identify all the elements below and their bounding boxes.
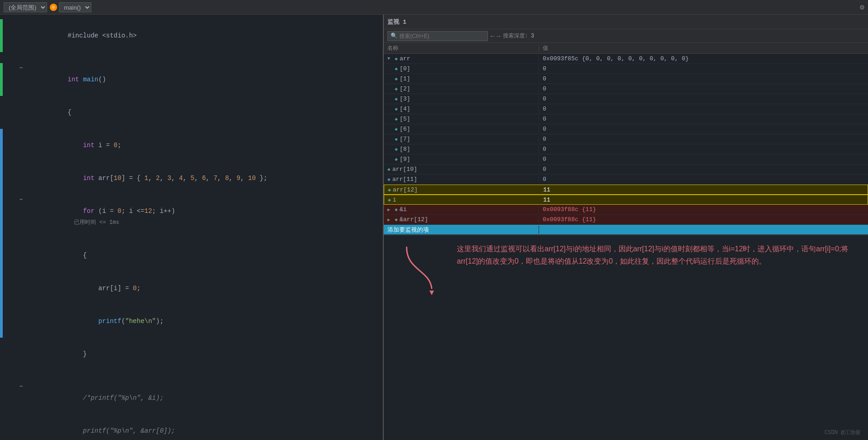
watch-cell-name: ◈ arr[11]: [384, 176, 539, 183]
watch-cell-name: ◈ [3]: [384, 95, 539, 102]
line-text: [26, 371, 383, 382]
watch-toolbar: 🔍 ← → 搜索深度: 3: [384, 29, 868, 43]
expand-icon[interactable]: ▼: [387, 56, 393, 61]
line-number: [3, 19, 16, 52]
watch-row-7[interactable]: ◈ [7] 0: [384, 134, 868, 144]
line-text: }: [26, 338, 383, 371]
line-number: [3, 96, 16, 129]
watch-row-8[interactable]: ◈ [8] 0: [384, 144, 868, 154]
watch-row-arr10[interactable]: ◈ arr[10] 0: [384, 164, 868, 175]
watch-cell-name: ◈ arr[10]: [384, 166, 539, 173]
item-name: [5]: [400, 116, 410, 122]
watch-row-9[interactable]: ◈ [9] 0: [384, 154, 868, 164]
line-collapse: [16, 129, 26, 162]
watch-row-3[interactable]: ◈ [3] 0: [384, 94, 868, 104]
watch-cell-val: 0: [539, 116, 868, 122]
line-text: {: [26, 96, 383, 129]
line-text: printf("hehe\n");: [26, 305, 383, 338]
item-name: [9]: [400, 156, 410, 163]
search-icon: 🔍: [391, 32, 397, 39]
collapse-btn[interactable]: −: [16, 63, 26, 96]
watch-cell-name: ◈ [1]: [384, 75, 539, 82]
watch-row-arr11[interactable]: ◈ arr[11] 0: [384, 175, 868, 185]
watch-row-add[interactable]: 添加要监视的项: [384, 225, 868, 235]
gear-icon[interactable]: ⚙: [860, 3, 864, 12]
scope-select[interactable]: (全局范围): [4, 2, 47, 12]
line-number: [3, 305, 16, 338]
code-pane: #include <stdio.h> − int main(): [0, 15, 384, 440]
line-collapse: [16, 239, 26, 272]
watch-row-6[interactable]: ◈ [6] 0: [384, 124, 868, 134]
collapse-btn-for[interactable]: −: [16, 195, 26, 239]
var-icon: ◈: [388, 187, 391, 193]
item-name: arr[10]: [392, 166, 418, 173]
depth-label: 搜索深度:: [503, 32, 528, 40]
expand-icon[interactable]: ▶: [387, 207, 393, 212]
watch-row-4[interactable]: ◈ [4] 0: [384, 104, 868, 114]
code-line-brace-close: }: [0, 338, 383, 371]
line-text: for (i = 0; i <=12; i++) 已用时间 <= 1ms: [26, 195, 383, 239]
code-editor[interactable]: #include <stdio.h> − int main(): [0, 15, 383, 440]
code-line-int-i: int i = 0;: [0, 129, 383, 162]
line-collapse: [16, 19, 26, 52]
var-icon: ◈: [395, 207, 398, 212]
item-name: arr[12]: [393, 186, 418, 193]
watch-cell-val: 0: [539, 166, 868, 173]
watch-row-2[interactable]: ◈ [2] 0: [384, 84, 868, 94]
watch-cell-name: ▶ ◈ &i: [384, 206, 539, 213]
arr-root-name: arr: [400, 55, 410, 62]
watch-row-addr-i[interactable]: ▶ ◈ &i 0x0093f88c {11}: [384, 205, 868, 215]
time-badge: 已用时间 <= 1ms: [68, 219, 119, 226]
function-select[interactable]: main(): [59, 2, 91, 12]
var-icon: ◈: [395, 146, 398, 152]
search-box[interactable]: 🔍: [387, 31, 488, 41]
arrow-annotation: 这里我们通过监视可以看出arr[12]与i的地址相同，因此arr[12]与i的值…: [393, 243, 859, 299]
watch-cell-name: ◈ [6]: [384, 126, 539, 133]
line-text: {: [26, 239, 383, 272]
watch-cell-name: ▼ ◈ arr: [384, 55, 539, 62]
item-name: [7]: [400, 136, 410, 143]
var-icon: ◈: [388, 197, 391, 203]
col-name-header: 名称: [384, 44, 539, 52]
watch-row-1[interactable]: ◈ [1] 0: [384, 74, 868, 84]
line-number: [3, 382, 16, 414]
function-scope: ⊙ main(): [50, 2, 91, 12]
line-text: #include <stdio.h>: [26, 19, 383, 52]
search-input[interactable]: [399, 33, 468, 39]
code-line-blank1: [0, 52, 383, 63]
nav-prev[interactable]: ←: [491, 32, 494, 40]
watch-row-arr12[interactable]: ◈ arr[12] 11: [384, 185, 868, 195]
var-icon: ◈: [395, 76, 398, 82]
line-collapse: [16, 371, 26, 382]
watch-cell-val: 0x0093f88c {11}: [539, 206, 868, 213]
line-text: arr[i] = 0;: [26, 272, 383, 305]
watch-cell-name: ◈ [4]: [384, 106, 539, 112]
watch-cell-val: 0: [539, 136, 868, 143]
watch-row-5[interactable]: ◈ [5] 0: [384, 114, 868, 124]
line-number: [3, 414, 16, 440]
line-number: [3, 63, 16, 96]
watch-title: 监视 1: [387, 18, 407, 26]
watch-cell-val: 0: [539, 126, 868, 133]
var-icon: ◈: [395, 126, 398, 132]
watch-cell-add-name[interactable]: 添加要监视的项: [384, 226, 539, 234]
watch-cell-name: ◈ [0]: [384, 65, 539, 72]
watch-cell-name: ◈ [5]: [384, 116, 539, 122]
watch-row-addr-arr12[interactable]: ▶ ◈ &arr[12] 0x0093f88c {11}: [384, 215, 868, 225]
watch-cell-val: 0: [539, 85, 868, 92]
depth-value: 3: [531, 33, 534, 39]
collapse-btn-comment[interactable]: −: [16, 382, 26, 414]
watch-cell-val: 0: [539, 65, 868, 72]
var-icon: ◈: [395, 56, 398, 62]
expand-icon[interactable]: ▶: [387, 217, 393, 223]
code-line-main: − int main(): [0, 63, 383, 96]
watch-row-i[interactable]: ◈ i 11: [384, 195, 868, 205]
line-collapse: [16, 52, 26, 63]
var-icon: ◈: [395, 116, 398, 122]
watch-row-arr-root[interactable]: ▼ ◈ arr 0x0093f85c {0, 0, 0, 0, 0, 0, 0,…: [384, 54, 868, 64]
item-name: [1]: [400, 75, 410, 82]
line-number: [3, 272, 16, 305]
nav-next[interactable]: →: [496, 32, 500, 40]
watch-row-0[interactable]: ◈ [0] 0: [384, 64, 868, 74]
watch-cell-val: 0: [539, 75, 868, 82]
